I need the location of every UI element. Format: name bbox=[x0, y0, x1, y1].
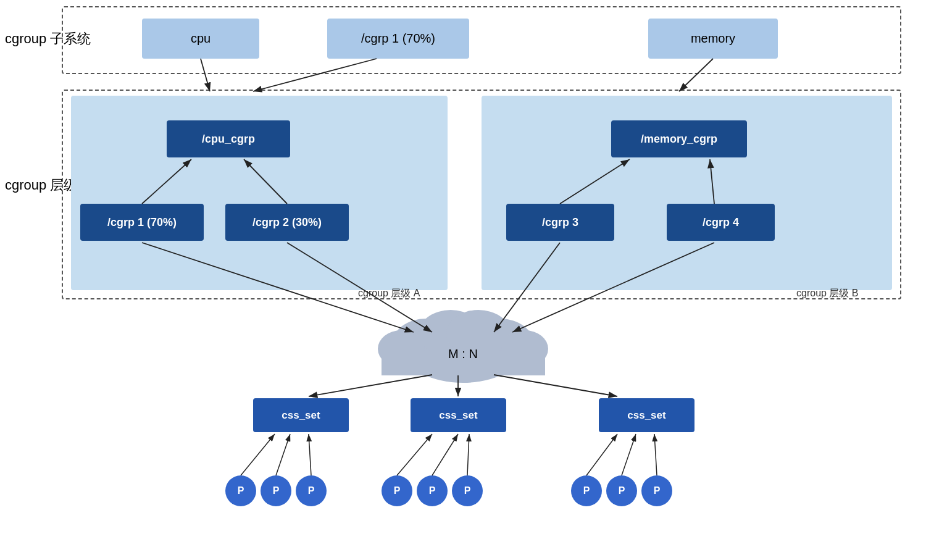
process-3: P bbox=[296, 475, 327, 506]
svg-text:M : N: M : N bbox=[448, 347, 478, 361]
svg-point-4 bbox=[466, 319, 534, 370]
svg-line-32 bbox=[622, 434, 636, 475]
subsystem-cgrp1: /cgrp 1 (70%) bbox=[327, 19, 469, 59]
cloud-shape: M : N bbox=[378, 310, 548, 383]
box-memory-cgrp: /memory_cgrp bbox=[611, 120, 747, 157]
svg-line-24 bbox=[494, 375, 617, 396]
subsystem-memory: memory bbox=[648, 19, 778, 59]
process-5: P bbox=[417, 475, 448, 506]
svg-point-3 bbox=[392, 319, 460, 370]
process-4: P bbox=[382, 475, 412, 506]
css-set-1: css_set bbox=[253, 398, 349, 432]
svg-point-5 bbox=[419, 310, 483, 357]
box-cgrp1-70: /cgrp 1 (70%) bbox=[80, 204, 204, 241]
svg-point-6 bbox=[446, 310, 511, 357]
svg-line-29 bbox=[432, 434, 458, 475]
svg-line-28 bbox=[397, 434, 432, 475]
process-8: P bbox=[606, 475, 637, 506]
box-cgrp4: /cgrp 4 bbox=[667, 204, 775, 241]
svg-line-25 bbox=[241, 434, 275, 475]
process-1: P bbox=[225, 475, 256, 506]
svg-line-31 bbox=[586, 434, 617, 475]
label-hierarchy-a: cgroup 层级 A bbox=[358, 287, 420, 300]
subsystem-cpu: cpu bbox=[142, 19, 259, 59]
box-cpu-cgrp: /cpu_cgrp bbox=[167, 120, 290, 157]
svg-point-8 bbox=[501, 330, 548, 367]
box-cgrp3: /cgrp 3 bbox=[506, 204, 614, 241]
process-7: P bbox=[571, 475, 602, 506]
css-set-2: css_set bbox=[411, 398, 506, 432]
svg-rect-9 bbox=[382, 351, 545, 375]
process-9: P bbox=[641, 475, 672, 506]
css-set-3: css_set bbox=[599, 398, 694, 432]
box-cgrp2-30: /cgrp 2 (30%) bbox=[225, 204, 349, 241]
svg-line-26 bbox=[276, 434, 290, 475]
process-6: P bbox=[452, 475, 483, 506]
svg-line-27 bbox=[309, 434, 311, 475]
svg-line-22 bbox=[309, 375, 432, 396]
svg-point-2 bbox=[404, 319, 522, 383]
diagram-container: cgroup 子系统 cgroup 层级 cpu /cgrp 1 (70%) m… bbox=[0, 0, 926, 560]
svg-point-7 bbox=[378, 330, 425, 367]
label-hierarchy-b: cgroup 层级 B bbox=[796, 287, 858, 300]
svg-line-33 bbox=[654, 434, 657, 475]
process-2: P bbox=[261, 475, 291, 506]
svg-line-30 bbox=[467, 434, 469, 475]
